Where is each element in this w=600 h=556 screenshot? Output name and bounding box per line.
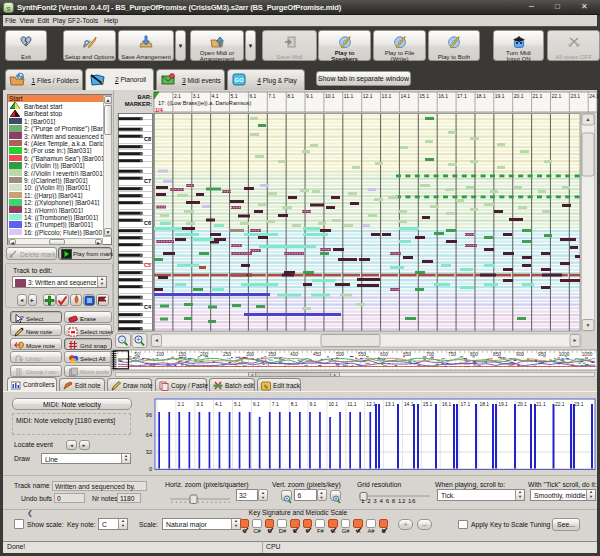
- svg-text:14.1: 14.1: [404, 402, 414, 407]
- svg-text:0: 0: [149, 466, 152, 472]
- svg-text:18.1: 18.1: [480, 402, 490, 407]
- svg-text:16.1: 16.1: [442, 402, 452, 407]
- svg-text:8.1: 8.1: [291, 402, 298, 407]
- svg-text:6.1: 6.1: [253, 402, 260, 407]
- svg-text:2.1: 2.1: [177, 402, 184, 407]
- svg-text:21.1: 21.1: [536, 402, 546, 407]
- svg-text:7.1: 7.1: [272, 402, 279, 407]
- svg-text:11.1: 11.1: [347, 402, 356, 407]
- svg-text:20.1: 20.1: [517, 402, 527, 407]
- svg-text:64: 64: [146, 432, 152, 438]
- svg-text:12.1: 12.1: [366, 402, 376, 407]
- svg-text:23.1: 23.1: [574, 402, 584, 407]
- svg-text:22.1: 22.1: [555, 402, 565, 407]
- svg-text:19.1: 19.1: [498, 402, 508, 407]
- svg-text:3.1: 3.1: [196, 402, 203, 407]
- svg-text:10.1: 10.1: [328, 402, 338, 407]
- svg-text:96: 96: [146, 412, 152, 418]
- svg-text:15.1: 15.1: [423, 402, 433, 407]
- svg-text:13.1: 13.1: [385, 402, 395, 407]
- svg-text:32: 32: [146, 449, 152, 455]
- svg-text:4.1: 4.1: [215, 402, 222, 407]
- svg-text:9.1: 9.1: [310, 402, 317, 407]
- svg-text:17.1: 17.1: [461, 402, 471, 407]
- svg-text:5.1: 5.1: [234, 402, 241, 407]
